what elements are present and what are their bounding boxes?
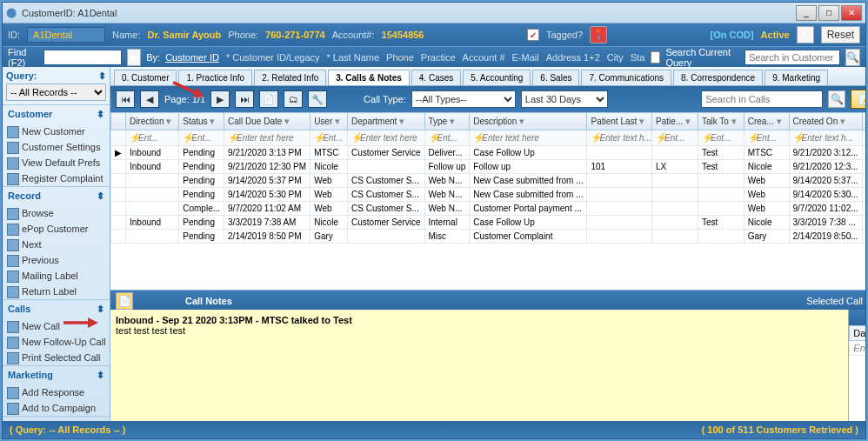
minimize-button[interactable]: _ [796,5,817,21]
filter-input[interactable] [757,133,794,143]
by-option[interactable]: Customer ID [165,52,219,63]
find-go-icon[interactable]: ▶ [127,49,141,66]
sidebar-item[interactable]: Add Response [3,384,110,400]
refresh-icon[interactable]: ↻ [797,26,814,43]
by-option[interactable]: Phone [386,52,414,63]
by-option[interactable]: * Customer ID/Legacy [226,52,320,63]
sidebar-item[interactable]: View Default Prefs [3,155,110,170]
find-input[interactable] [43,50,122,65]
tab[interactable]: 8. Correspondence [673,70,763,85]
nav-next-button[interactable]: ▶ [210,90,230,108]
table-row[interactable]: Pending9/14/2020 5:37 PMWebCS Customer S… [111,174,866,188]
calltype-select[interactable]: --All Types-- [411,90,516,108]
toolbar-icon-1[interactable]: 📄 [259,90,278,108]
section-header-customer[interactable]: Customer⬍ [3,105,110,124]
tab[interactable]: 6. Sales [532,70,579,85]
by-options[interactable]: Customer ID* Customer ID/Legacy* Last Na… [165,52,645,63]
maximize-button[interactable]: □ [818,5,839,21]
search-cq-checkbox[interactable] [651,51,660,63]
toolbar-icon-3[interactable]: 🔧 [308,90,327,108]
modify-notes-button[interactable]: 📝Modify Notes [851,90,865,109]
filter-input[interactable] [138,133,184,143]
search-calls-icon[interactable]: 🔍 [828,90,845,108]
filter-input[interactable] [237,133,315,143]
tab[interactable]: 1. Practice Info [178,70,252,85]
name-label: Name: [112,30,140,40]
table-row[interactable]: ▶InboundPending9/21/2020 3:13 PMMTSCCust… [111,146,866,160]
filter-input[interactable] [599,133,657,143]
close-button[interactable]: ✕ [841,5,862,21]
column-header[interactable]: Call Due Date ▾ [224,113,310,130]
tab[interactable]: 5. Accounting [463,70,531,85]
column-header[interactable]: User ▾ [310,113,348,130]
tab[interactable]: 2. Related Info [254,70,326,85]
filter-input[interactable] [482,133,591,143]
sidebar-item[interactable]: Customer Settings [3,139,110,155]
column-header[interactable]: Direction ▾ [126,113,179,130]
section-header-calls[interactable]: Calls⬍ [3,300,110,318]
column-header[interactable]: Type ▾ [424,113,470,130]
column-header[interactable]: Created On ▾ [789,113,862,130]
sidebar-item[interactable]: Register Complaint [3,170,110,186]
filter-input[interactable] [191,133,229,143]
sidebar-item[interactable]: ePop Customer [3,221,110,237]
sidebar-item[interactable]: New Follow-Up Call [3,334,110,350]
nav-first-button[interactable]: ⏮ [116,90,135,108]
column-header[interactable]: Crea... ▾ [744,113,789,130]
toolbar-icon-2[interactable]: 🗂 [284,90,303,108]
search-icon[interactable]: 🔍 [845,49,860,66]
tab[interactable]: 9. Marketing [765,70,828,85]
notes-icon[interactable]: 📄 [116,292,133,310]
sidebar-item[interactable]: New Customer [3,124,110,139]
tab[interactable]: 4. Cases [411,70,461,85]
column-header[interactable]: Patie... ▾ [652,113,698,130]
table-row[interactable]: InboundPending9/21/2020 12:30 PMNicoleFo… [111,160,866,174]
filter-input[interactable] [664,133,703,143]
filter-input[interactable] [360,133,429,143]
search-calls-input[interactable] [701,90,823,108]
column-header[interactable]: Patient Last ▾ [587,113,652,130]
query-select[interactable]: -- All Records -- [6,84,106,101]
sidebar-item[interactable]: Next [3,237,110,252]
nav-last-button[interactable]: ⏭ [235,90,254,108]
id-label: ID: [8,30,20,40]
by-option[interactable]: Account # [463,52,505,63]
sidebar-item[interactable]: Mailing Label [3,268,110,284]
id-value[interactable]: A1Dental [27,27,105,43]
map-marker-icon[interactable]: 📍 [590,26,607,43]
table-row[interactable]: Pending9/14/2020 5:30 PMWebCS Customer S… [111,188,866,202]
tab[interactable]: 3. Calls & Notes [328,70,410,85]
section-header-marketing[interactable]: Marketing⬍ [3,366,110,384]
sidebar-item[interactable]: Browse [3,205,110,221]
sidebar-item[interactable]: Return Label [3,284,110,299]
filter-input[interactable] [802,133,866,143]
nav-prev-button[interactable]: ◀ [140,90,159,108]
table-row[interactable]: Pending2/14/2019 8:50 PMGaryMiscCustomer… [111,230,866,244]
reset-button[interactable]: Reset [821,26,860,43]
table-row[interactable]: InboundPending3/3/2019 7:38 AMNicoleCust… [111,216,866,230]
column-header[interactable]: Department ▾ [348,113,424,130]
sidebar-item[interactable]: Previous [3,252,110,268]
filter-input[interactable] [711,133,749,143]
filter-input[interactable] [437,133,475,143]
by-option[interactable]: Practice [421,52,456,63]
table-row[interactable]: Comple...9/7/2020 11:02 AMWebCS Customer… [111,202,866,216]
by-option[interactable]: State [631,52,645,63]
tab[interactable]: 0. Customer [114,70,177,85]
by-option[interactable]: E-Mail [512,52,539,63]
sidebar-item[interactable]: Print Selected Call [3,350,110,365]
column-header[interactable]: Description ▾ [470,113,587,130]
section-header-record[interactable]: Record⬍ [3,187,110,205]
by-option[interactable]: * Last Name [327,52,380,63]
range-select[interactable]: Last 30 Days [521,90,608,108]
column-header[interactable]: Status ▾ [179,113,224,130]
column-header[interactable]: Talk To ▾ [698,113,744,130]
filter-input[interactable] [323,133,352,143]
sidebar-item[interactable]: Add to Campaign [3,400,110,416]
by-option[interactable]: Address 1+2 [546,52,600,63]
tab[interactable]: 7. Communications [581,70,671,85]
tagged-checkbox[interactable]: ✔ [527,29,539,41]
column-header[interactable]: Case # ▾ [862,113,865,130]
search-customer-input[interactable] [744,50,840,65]
by-option[interactable]: City [607,52,624,63]
